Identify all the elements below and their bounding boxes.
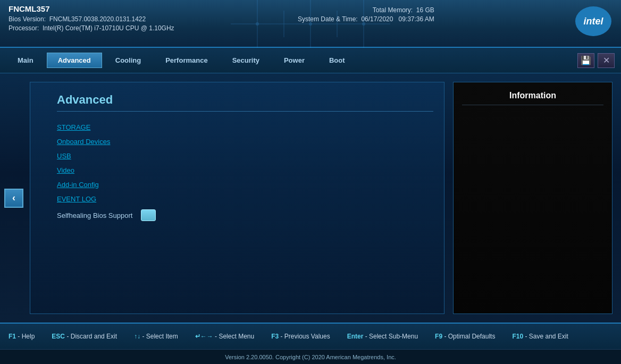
close-icon: ✕ [603,55,610,65]
version-text: Version 2.20.0050. Copyright (C) 2020 Am… [225,354,396,360]
tab-performance[interactable]: Performance [154,53,219,68]
left-panel: Advanced STORAGE Onboard Devices USB Vid… [30,82,444,314]
footer-enter: Enter - Select Sub-Menu [347,333,418,340]
header-left: FNCML357 Bios Version: FNCML357.0038.202… [9,4,174,32]
svg-point-7 [309,22,312,26]
menu-add-in-config[interactable]: Add-in Config [57,177,433,192]
model-name: FNCML357 [9,4,174,13]
svg-point-8 [362,22,365,26]
menu-event-log[interactable]: EVENT LOG [57,192,433,206]
tab-boot[interactable]: Boot [318,53,356,68]
tab-advanced[interactable]: Advanced [47,53,102,68]
footer-esc: ESC - Discard and Exit [52,333,117,340]
bios-label: Bios Version: [9,15,46,23]
circuit-decoration [231,0,390,48]
bios-version: FNCML357.0038.2020.0131.1422 [49,15,146,23]
panel-title: Advanced [57,93,433,112]
footer-f3: F3 - Previous Values [271,333,330,340]
menu-storage[interactable]: STORAGE [57,120,433,134]
version-bar: Version 2.20.0050. Copyright (C) 2020 Am… [0,349,621,364]
tab-security[interactable]: Security [221,53,271,68]
selfhealing-icon [141,209,156,221]
menu-video[interactable]: Video [57,163,433,177]
close-button[interactable]: ✕ [598,53,615,68]
svg-point-6 [256,22,259,26]
main-content: ‹ Advanced STORAGE Onboard Devices USB V… [0,73,621,323]
footer: F1 - Help ESC - Discard and Exit ↑↓ - Se… [0,323,621,349]
selfhealing-label: Selfhealing Bios Support [57,211,132,219]
save-button[interactable]: 💾 [577,53,594,68]
nav-bar: Main Advanced Cooling Performance Securi… [0,48,621,73]
menu-usb[interactable]: USB [57,149,433,163]
menu-onboard-devices[interactable]: Onboard Devices [57,134,433,149]
memory-value: 16 GB [416,6,434,14]
tab-cooling[interactable]: Cooling [104,53,152,68]
info-title: Information [462,91,603,105]
footer-f1: F1 - Help [9,333,35,340]
save-icon: 💾 [581,55,591,65]
info-panel: Information [453,82,612,314]
processor-value: Intel(R) Core(TM) i7-10710U CPU @ 1.10GH… [43,24,174,32]
footer-f10: F10 - Save and Exit [512,333,568,340]
nav-right-buttons: 💾 ✕ [577,53,615,68]
footer-select-menu: ↵←→ - Select Menu [195,333,254,340]
time-value: 09:37:36 AM [398,15,434,23]
back-button[interactable]: ‹ [4,189,23,208]
header: FNCML357 Bios Version: FNCML357.0038.202… [0,0,621,48]
processor-label: Processor: [9,24,39,32]
footer-arrows: ↑↓ - Select Item [134,333,178,340]
processor-info: Processor: Intel(R) Core(TM) i7-10710U C… [9,24,174,32]
menu-selfhealing: Selfhealing Bios Support [57,206,433,224]
tab-main[interactable]: Main [6,53,45,68]
intel-logo: intel [575,6,612,38]
selfhealing-row: Selfhealing Bios Support [57,209,433,221]
footer-f9: F9 - Optimal Defaults [435,333,495,340]
tab-power[interactable]: Power [273,53,316,68]
bios-info: Bios Version: FNCML357.0038.2020.0131.14… [9,15,174,23]
intel-logo-text: intel [583,16,603,27]
